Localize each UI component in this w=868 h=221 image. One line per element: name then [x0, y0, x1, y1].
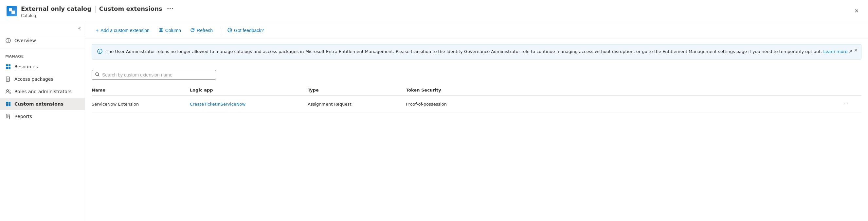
- search-input-wrap: [92, 70, 216, 80]
- svg-point-11: [6, 89, 8, 91]
- svg-point-27: [228, 28, 232, 32]
- info-banner-icon: [97, 49, 102, 55]
- content-area: + Add a custom extension Column: [85, 22, 868, 221]
- svg-point-12: [9, 90, 10, 91]
- sidebar-item-overview-label: Overview: [14, 38, 36, 43]
- app-logo: [6, 6, 17, 16]
- toolbar: + Add a custom extension Column: [85, 22, 868, 39]
- col-header-type: Type: [308, 87, 406, 93]
- svg-rect-16: [8, 104, 10, 106]
- plus-icon: +: [96, 28, 98, 33]
- main-layout: « Overview Manage: [0, 22, 868, 221]
- sidebar-item-roles-admins[interactable]: Roles and administrators: [0, 85, 85, 98]
- info-icon: [5, 38, 11, 43]
- svg-rect-4: [8, 64, 10, 66]
- svg-rect-15: [6, 104, 8, 106]
- table-area: Name Logic app Type Token Security Servi…: [85, 82, 868, 221]
- table-header: Name Logic app Type Token Security: [92, 85, 862, 96]
- banner-message: The User Administrator role is no longer…: [106, 49, 822, 54]
- header-subtitle: Catalog: [21, 13, 176, 18]
- refresh-button-label: Refresh: [197, 28, 213, 33]
- row-actions: ···: [842, 100, 862, 108]
- sidebar-item-access-packages[interactable]: Access packages: [0, 73, 85, 85]
- column-icon: [159, 28, 163, 33]
- banner-close-button[interactable]: ✕: [854, 48, 858, 53]
- sidebar-item-access-packages-label: Access packages: [14, 76, 53, 82]
- column-button-label: Column: [165, 28, 181, 33]
- sidebar-item-reports-label: Reports: [14, 114, 32, 119]
- search-input[interactable]: [102, 72, 212, 77]
- refresh-icon: [190, 28, 195, 33]
- svg-rect-13: [6, 102, 8, 104]
- feedback-icon: [227, 28, 232, 33]
- sidebar-item-custom-extensions-label: Custom extensions: [14, 101, 63, 107]
- cell-name: ServiceNow Extension: [92, 102, 190, 107]
- page-title: Custom extensions: [99, 5, 162, 12]
- logo-shape: [9, 8, 15, 14]
- svg-point-29: [230, 29, 231, 30]
- sidebar-item-reports[interactable]: Reports: [0, 110, 85, 122]
- add-button-label: Add a custom extension: [100, 28, 149, 33]
- sidebar-item-resources[interactable]: Resources: [0, 61, 85, 73]
- sidebar-item-overview[interactable]: Overview: [0, 34, 85, 47]
- header-title: External only catalog | Custom extension…: [21, 4, 176, 13]
- header-separator: |: [94, 5, 96, 13]
- sidebar-collapse-button[interactable]: «: [0, 22, 85, 34]
- svg-rect-3: [6, 64, 8, 66]
- search-icon: [95, 72, 99, 77]
- feedback-button-label: Got feedback?: [234, 28, 264, 33]
- report-icon: [5, 113, 11, 119]
- banner-learn-more-link[interactable]: Learn more: [823, 49, 847, 54]
- sidebar-item-custom-extensions[interactable]: Custom extensions: [0, 98, 85, 110]
- banner-text: The User Administrator role is no longer…: [106, 48, 852, 55]
- header-title-area: External only catalog | Custom extension…: [21, 4, 176, 18]
- sidebar-item-roles-label: Roles and administrators: [14, 89, 72, 94]
- svg-point-2: [8, 39, 8, 40]
- cell-type: Assignment Request: [308, 102, 406, 107]
- table-row: ServiceNow Extension CreateTicketInServi…: [92, 96, 862, 112]
- grid-icon: [5, 64, 11, 70]
- sidebar-manage-label: Manage: [0, 50, 85, 61]
- col-header-tokensec: Token Security: [406, 87, 842, 93]
- search-area: [85, 65, 868, 82]
- col-header-logicapp: Logic app: [190, 87, 308, 93]
- svg-point-28: [229, 29, 229, 30]
- svg-rect-5: [6, 67, 8, 69]
- chevron-left-icon: «: [78, 26, 81, 31]
- svg-line-34: [98, 75, 99, 76]
- svg-rect-14: [8, 102, 10, 104]
- close-button[interactable]: ✕: [852, 6, 862, 15]
- custom-extensions-icon: [5, 101, 11, 107]
- add-custom-extension-button[interactable]: + Add a custom extension: [92, 26, 154, 35]
- document-icon: [5, 76, 11, 82]
- svg-point-32: [99, 50, 100, 51]
- external-link-icon: ↗: [849, 49, 852, 54]
- sidebar-item-resources-label: Resources: [14, 64, 38, 69]
- feedback-button[interactable]: Got feedback?: [223, 26, 268, 35]
- column-button[interactable]: Column: [155, 26, 185, 35]
- row-more-options-button[interactable]: ···: [842, 100, 850, 108]
- sidebar: « Overview Manage: [0, 22, 85, 221]
- info-banner: The User Administrator role is no longer…: [92, 44, 862, 60]
- cell-logicapp[interactable]: CreateTicketInServiceNow: [190, 102, 308, 107]
- refresh-button[interactable]: Refresh: [186, 26, 217, 35]
- sidebar-divider: [0, 48, 85, 48]
- svg-rect-6: [8, 67, 10, 69]
- catalog-name: External only catalog: [21, 5, 91, 12]
- col-header-name: Name: [92, 87, 190, 93]
- header-ellipsis-button[interactable]: ···: [165, 4, 176, 13]
- cell-tokensec: Proof-of-possession: [406, 102, 842, 107]
- app-header: External only catalog | Custom extension…: [0, 0, 868, 22]
- toolbar-divider: [220, 27, 220, 34]
- people-icon: [5, 88, 11, 95]
